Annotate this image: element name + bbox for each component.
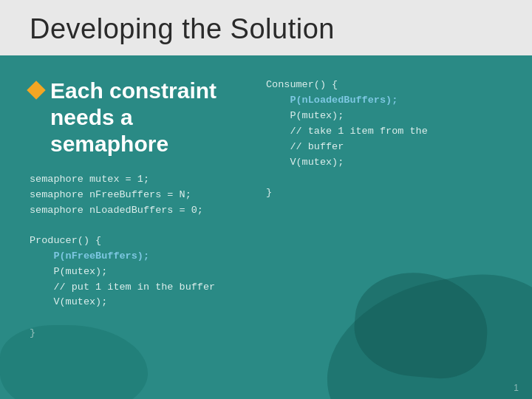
left-code-line-1: semaphore mutex = 1; xyxy=(30,172,251,188)
right-code-block: Consumer() { P(nLoadedBuffers); P(mutex)… xyxy=(266,78,510,201)
slide-title: Developing the Solution xyxy=(30,13,502,45)
producer-line-2: P(mutex); xyxy=(30,265,502,280)
consumer-line-4: // buffer xyxy=(266,140,510,155)
consumer-line-2: P(mutex); xyxy=(266,109,510,124)
left-code-line-2: semaphore nFreeBuffers = N; xyxy=(30,188,251,203)
consumer-line-5: V(mutex); xyxy=(266,155,510,171)
producer-close: } xyxy=(30,326,502,341)
slide: Developing the Solution Each constraint … xyxy=(0,0,532,399)
bullet-heading: Each constraint needs a semaphore xyxy=(30,78,251,157)
left-code-line-3: semaphore nLoadedBuffers = 0; xyxy=(30,203,251,219)
left-panel: Each constraint needs a semaphore semaph… xyxy=(30,78,251,219)
content-area: Each constraint needs a semaphore semaph… xyxy=(0,55,532,233)
consumer-close: } xyxy=(266,185,510,201)
slide-number: 1 xyxy=(514,383,519,393)
title-bar: Developing the Solution xyxy=(0,0,532,55)
producer-blank xyxy=(30,310,502,326)
producer-line-4: V(mutex); xyxy=(30,295,502,310)
consumer-header: Consumer() { xyxy=(266,78,510,93)
bullet-line1: Each constraint xyxy=(50,78,216,103)
consumer-line-1: P(nLoadedBuffers); xyxy=(266,93,510,109)
producer-line-3: // put 1 item in the buffer xyxy=(30,280,502,296)
bullet-diamond-icon xyxy=(27,81,45,99)
producer-line-1: P(nFreeBuffers); xyxy=(30,249,502,265)
consumer-line-3: // take 1 item from the xyxy=(266,124,510,140)
bottom-code-block: Producer() { P(nFreeBuffers); P(mutex); … xyxy=(0,233,532,349)
right-panel: Consumer() { P(nLoadedBuffers); P(mutex)… xyxy=(266,78,510,219)
producer-header: Producer() { xyxy=(30,233,502,249)
left-code-block: semaphore mutex = 1; semaphore nFreeBuff… xyxy=(30,172,251,219)
bullet-text: Each constraint needs a semaphore xyxy=(50,78,251,157)
consumer-blank xyxy=(266,171,510,186)
bullet-line2: needs a semaphore xyxy=(50,105,168,156)
